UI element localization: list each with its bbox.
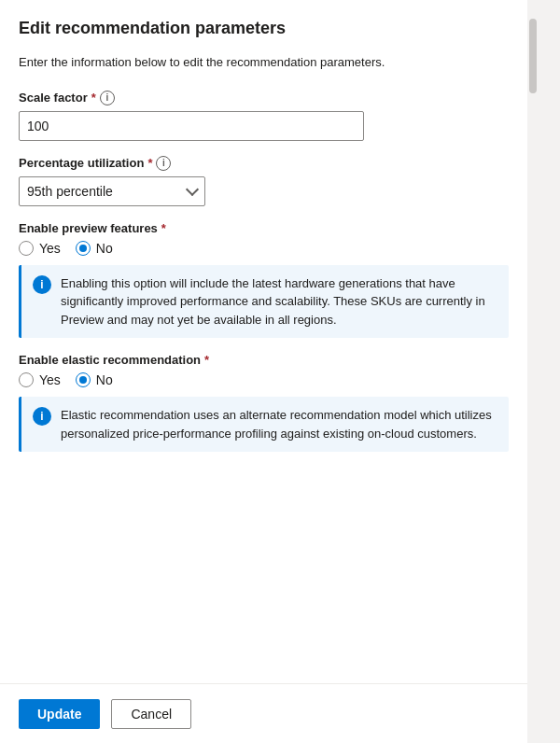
percentage-utilization-info-icon[interactable]: i	[156, 156, 171, 171]
enable-elastic-no-radio-inner	[79, 376, 87, 384]
enable-preview-no-radio-inner	[79, 245, 87, 252]
percentage-utilization-required: *	[147, 156, 152, 170]
enable-preview-no-option[interactable]: No	[76, 241, 113, 256]
enable-elastic-label: Enable elastic recommendation *	[19, 353, 509, 367]
scrollbar-thumb[interactable]	[529, 19, 537, 93]
enable-elastic-yes-option[interactable]: Yes	[19, 372, 61, 387]
cancel-button[interactable]: Cancel	[111, 699, 191, 729]
scale-factor-label: Scale factor * i	[19, 91, 509, 105]
enable-preview-required: *	[161, 221, 166, 235]
enable-elastic-yes-label: Yes	[39, 372, 61, 387]
enable-elastic-yes-radio[interactable]	[19, 372, 34, 387]
enable-preview-radio-group: Yes No	[19, 241, 509, 256]
enable-preview-info-text: Enabling this option will include the la…	[61, 274, 497, 329]
enable-elastic-info-icon: i	[33, 407, 51, 426]
enable-preview-label: Enable preview features *	[19, 221, 509, 235]
enable-elastic-info-text: Elastic recommendation uses an alternate…	[61, 406, 497, 442]
scale-factor-input[interactable]	[19, 111, 364, 141]
edit-panel: Edit recommendation parameters Enter the…	[0, 0, 527, 743]
enable-preview-group: Enable preview features * Yes No i Enabl…	[19, 221, 509, 339]
enable-preview-no-radio[interactable]	[76, 241, 91, 256]
enable-elastic-info-box: i Elastic recommendation uses an alterna…	[19, 397, 509, 452]
scale-factor-info-icon[interactable]: i	[100, 91, 115, 105]
panel-description: Enter the information below to edit the …	[19, 53, 509, 72]
update-button[interactable]: Update	[19, 699, 100, 729]
enable-preview-info-box: i Enabling this option will include the …	[19, 265, 509, 339]
enable-preview-yes-option[interactable]: Yes	[19, 241, 61, 256]
percentage-utilization-select[interactable]: 95th percentile	[19, 176, 205, 206]
enable-elastic-radio-group: Yes No	[19, 372, 509, 387]
footer: Update Cancel	[0, 683, 527, 743]
enable-preview-yes-radio[interactable]	[19, 241, 34, 256]
percentage-utilization-value: 95th percentile	[27, 184, 113, 199]
enable-elastic-group: Enable elastic recommendation * Yes No i…	[19, 353, 509, 452]
enable-preview-info-icon: i	[33, 275, 51, 294]
panel-title: Edit recommendation parameters	[19, 19, 509, 38]
percentage-utilization-group: Percentage utilization * i 95th percenti…	[19, 156, 509, 206]
enable-elastic-no-radio[interactable]	[76, 372, 91, 387]
chevron-down-icon	[186, 182, 199, 195]
scrollbar[interactable]	[527, 0, 539, 743]
scale-factor-group: Scale factor * i	[19, 91, 509, 141]
enable-elastic-no-option[interactable]: No	[76, 372, 113, 387]
enable-elastic-no-label: No	[96, 372, 113, 387]
percentage-utilization-label: Percentage utilization * i	[19, 156, 509, 171]
enable-preview-yes-label: Yes	[39, 241, 61, 256]
enable-preview-no-label: No	[96, 241, 113, 256]
scale-factor-required: *	[91, 91, 96, 105]
enable-elastic-required: *	[204, 353, 209, 367]
